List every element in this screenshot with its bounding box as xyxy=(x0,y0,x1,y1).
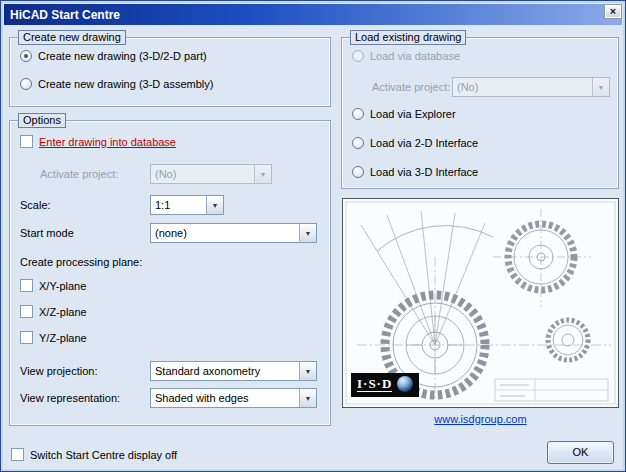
isd-logo: I·S·D xyxy=(351,373,419,397)
radio-label: Load via database xyxy=(370,50,460,62)
options-group: Options Enter drawing into database Acti… xyxy=(9,120,331,426)
radio-icon[interactable] xyxy=(352,50,364,62)
select-value: (No) xyxy=(151,165,254,183)
radio-label: Load via 3-D Interface xyxy=(370,166,478,178)
load-existing-drawing-group: Load existing drawing Load via database … xyxy=(341,37,619,189)
checkbox-icon[interactable] xyxy=(20,305,33,318)
checkbox-label: Y/Z-plane xyxy=(39,332,87,344)
chevron-down-icon[interactable]: ▼ xyxy=(299,389,316,407)
options-group-caption: Options xyxy=(18,113,66,128)
view-projection-select[interactable]: Standard axonometry ▼ xyxy=(150,361,317,381)
select-value: Shaded with edges xyxy=(151,389,299,407)
select-value: 1:1 xyxy=(151,196,206,214)
radio-label: Create new drawing (3-D/2-D part) xyxy=(38,50,207,62)
radio-icon[interactable] xyxy=(352,137,364,149)
select-value: (No) xyxy=(453,78,592,96)
select-value: Standard axonometry xyxy=(151,362,299,380)
isd-globe-icon xyxy=(397,376,413,392)
isdgroup-link[interactable]: www.isdgroup.com xyxy=(434,413,526,425)
ok-button[interactable]: OK xyxy=(547,441,614,464)
radio-icon[interactable] xyxy=(20,78,32,90)
checkbox-icon[interactable] xyxy=(11,448,24,461)
radio-load-via-3d-interface[interactable]: Load via 3-D Interface xyxy=(352,166,478,178)
enter-drawing-into-database-checkbox[interactable]: Enter drawing into database xyxy=(20,135,176,148)
radio-label: Load via 2-D Interface xyxy=(370,137,478,149)
link-row: www.isdgroup.com xyxy=(342,413,619,425)
checkbox-label: Switch Start Centre display off xyxy=(30,449,177,461)
close-icon[interactable]: × xyxy=(604,4,622,19)
view-representation-select[interactable]: Shaded with edges ▼ xyxy=(150,388,317,408)
chevron-down-icon[interactable]: ▼ xyxy=(299,224,316,242)
start-mode-label: Start mode xyxy=(20,227,74,239)
radio-load-via-2d-interface[interactable]: Load via 2-D Interface xyxy=(352,137,478,149)
start-mode-select[interactable]: (none) ▼ xyxy=(150,223,317,243)
checkbox-icon[interactable] xyxy=(20,279,33,292)
radio-create-3d-assembly[interactable]: Create new drawing (3-D assembly) xyxy=(20,78,213,90)
activate-project-select[interactable]: (No) ▼ xyxy=(150,164,272,184)
radio-label: Load via Explorer xyxy=(370,108,456,120)
dialog-window: HiCAD Start Centre × Create new drawing … xyxy=(0,0,626,472)
scale-label: Scale: xyxy=(20,199,51,211)
activate-project-label: Activate project: xyxy=(372,81,450,93)
radio-icon[interactable] xyxy=(352,166,364,178)
create-new-drawing-group: Create new drawing Create new drawing (3… xyxy=(9,37,331,107)
radio-icon[interactable] xyxy=(352,108,364,120)
chevron-down-icon[interactable]: ▼ xyxy=(299,362,316,380)
create-group-caption: Create new drawing xyxy=(18,30,126,45)
window-title: HiCAD Start Centre xyxy=(4,8,120,22)
xy-plane-checkbox[interactable]: X/Y-plane xyxy=(20,279,86,292)
activate-project-select[interactable]: (No) ▼ xyxy=(452,77,610,97)
yz-plane-checkbox[interactable]: Y/Z-plane xyxy=(20,331,87,344)
radio-load-via-database[interactable]: Load via database xyxy=(352,50,460,62)
checkbox-icon[interactable] xyxy=(20,331,33,344)
scale-select[interactable]: 1:1 ▼ xyxy=(150,195,224,215)
radio-icon[interactable] xyxy=(20,50,32,62)
checkbox-label: X/Z-plane xyxy=(39,306,87,318)
chevron-down-icon[interactable]: ▼ xyxy=(254,165,271,183)
checkbox-icon[interactable] xyxy=(20,135,33,148)
checkbox-label: Enter drawing into database xyxy=(39,136,176,148)
title-bar: HiCAD Start Centre xyxy=(4,4,622,25)
activate-project-label: Activate project: xyxy=(40,168,118,180)
radio-create-3d2d-part[interactable]: Create new drawing (3-D/2-D part) xyxy=(20,50,207,62)
switch-start-centre-checkbox[interactable]: Switch Start Centre display off xyxy=(11,448,177,461)
select-value: (none) xyxy=(151,224,299,242)
processing-plane-label: Create processing plane: xyxy=(20,256,142,268)
radio-load-via-explorer[interactable]: Load via Explorer xyxy=(352,108,456,120)
checkbox-label: X/Y-plane xyxy=(39,280,86,292)
isd-logo-text: I·S·D xyxy=(357,377,392,392)
cad-preview-image: I·S·D xyxy=(342,198,619,408)
chevron-down-icon[interactable]: ▼ xyxy=(592,78,609,96)
load-group-caption: Load existing drawing xyxy=(350,30,466,45)
view-representation-label: View representation: xyxy=(20,392,120,404)
view-projection-label: View projection: xyxy=(20,365,97,377)
chevron-down-icon[interactable]: ▼ xyxy=(206,196,223,214)
xz-plane-checkbox[interactable]: X/Z-plane xyxy=(20,305,87,318)
radio-label: Create new drawing (3-D assembly) xyxy=(38,78,213,90)
